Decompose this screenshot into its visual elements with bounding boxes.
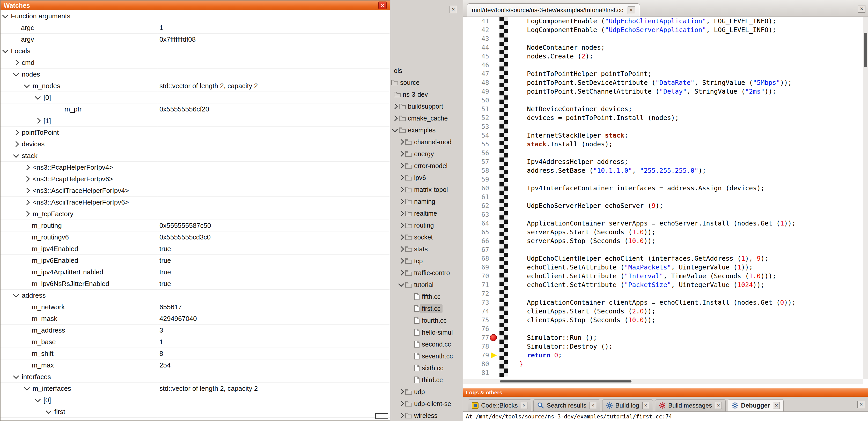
tree-item[interactable]: fourth.cc bbox=[391, 315, 463, 326]
line-number[interactable]: 68 bbox=[463, 254, 489, 263]
code-line[interactable]: 57 Ipv4AddressHelper address; bbox=[463, 158, 863, 166]
collapsed-arrow-icon[interactable] bbox=[398, 163, 404, 169]
code-line[interactable]: 77 Simulator::Run (); bbox=[463, 333, 863, 342]
tree-item[interactable]: hello-simul bbox=[391, 326, 463, 338]
logs-tab-debugger[interactable]: Debugger✕ bbox=[728, 399, 784, 412]
code-line[interactable]: 62 UdpEchoServerHelper echoServer (9); bbox=[463, 201, 863, 210]
line-number[interactable]: 50 bbox=[463, 96, 489, 105]
close-icon[interactable]: ✕ bbox=[590, 402, 596, 409]
watch-row[interactable]: m_tcpFactory bbox=[1, 208, 390, 220]
watch-row[interactable]: m_network655617 bbox=[1, 301, 390, 313]
line-number[interactable]: 75 bbox=[463, 316, 489, 325]
tree-item[interactable]: sixth.cc bbox=[391, 362, 463, 374]
watch-row[interactable]: <ns3::PcapHelperForIpv4> bbox=[1, 162, 390, 173]
line-number[interactable]: 52 bbox=[463, 114, 489, 122]
code-line[interactable]: 64 ApplicationContainer serverApps = ech… bbox=[463, 219, 863, 228]
code-line[interactable]: 43 bbox=[463, 34, 863, 43]
watch-row[interactable]: m_routing0x555555587c50 bbox=[1, 220, 390, 231]
line-number[interactable]: 74 bbox=[463, 307, 489, 316]
tree-item[interactable]: matrix-topol bbox=[391, 184, 463, 195]
watch-row[interactable]: m_ipv6Enabledtrue bbox=[1, 255, 390, 266]
tree-item[interactable]: ols bbox=[391, 65, 463, 76]
line-number[interactable]: 45 bbox=[463, 52, 489, 61]
expanded-arrow-icon[interactable] bbox=[46, 408, 52, 414]
code-line[interactable]: 52 devices = pointToPoint.Install (nodes… bbox=[463, 114, 863, 122]
line-number[interactable]: 63 bbox=[463, 210, 489, 219]
watches-titlebar[interactable]: Watches ✕ bbox=[1, 1, 390, 10]
tree-item[interactable]: realtime bbox=[391, 207, 463, 219]
watch-row[interactable]: m_nodesstd::vector of length 2, capacity… bbox=[1, 80, 390, 92]
collapsed-arrow-icon[interactable] bbox=[398, 175, 404, 181]
collapsed-arrow-icon[interactable] bbox=[398, 187, 404, 193]
tree-item[interactable]: energy bbox=[391, 148, 463, 160]
collapsed-arrow-icon[interactable] bbox=[398, 258, 404, 264]
collapsed-arrow-icon[interactable] bbox=[24, 176, 30, 182]
tree-item[interactable]: wireless bbox=[391, 410, 463, 421]
watch-row[interactable]: interfaces bbox=[1, 371, 390, 383]
code-line[interactable]: 72 bbox=[463, 289, 863, 298]
vertical-scrollbar-thumb[interactable] bbox=[864, 33, 867, 67]
watch-row[interactable]: m_mask4294967040 bbox=[1, 313, 390, 325]
close-icon[interactable]: ✕ bbox=[627, 6, 635, 14]
watch-row[interactable]: argv0x7fffffffdf08 bbox=[1, 34, 390, 45]
tree-item[interactable]: ipv6 bbox=[391, 172, 463, 184]
code-line[interactable]: 81 bbox=[463, 368, 863, 377]
tree-item[interactable]: traffic-contro bbox=[391, 267, 463, 279]
close-icon[interactable]: ✕ bbox=[858, 401, 865, 408]
expanded-arrow-icon[interactable] bbox=[2, 47, 8, 53]
tree-item[interactable]: second.cc bbox=[391, 338, 463, 350]
watch-row[interactable]: address bbox=[1, 290, 390, 301]
tree-item[interactable]: channel-mod bbox=[391, 136, 463, 148]
expanded-arrow-icon[interactable] bbox=[24, 82, 30, 88]
line-number[interactable]: 53 bbox=[463, 122, 489, 131]
line-number[interactable]: 69 bbox=[463, 263, 489, 272]
code-line[interactable]: 70 echoClient.SetAttribute ("Interval", … bbox=[463, 272, 863, 281]
line-number[interactable]: 66 bbox=[463, 237, 489, 246]
expanded-arrow-icon[interactable] bbox=[398, 281, 404, 287]
code-line[interactable]: 45 nodes.Create (2); bbox=[463, 52, 863, 61]
code-line[interactable]: 50 bbox=[463, 96, 863, 105]
collapsed-arrow-icon[interactable] bbox=[392, 103, 398, 109]
collapsed-arrow-icon[interactable] bbox=[398, 199, 404, 204]
line-number[interactable]: 57 bbox=[463, 158, 489, 166]
watch-row[interactable]: Function arguments bbox=[1, 10, 390, 22]
tree-item[interactable]: tcp bbox=[391, 255, 463, 267]
tree-item[interactable]: cmake_cache bbox=[391, 112, 463, 124]
tree-item[interactable]: stats bbox=[391, 243, 463, 255]
collapsed-arrow-icon[interactable] bbox=[392, 115, 398, 121]
line-number[interactable]: 47 bbox=[463, 70, 489, 78]
tree-item[interactable]: udp bbox=[391, 386, 463, 398]
watch-row[interactable]: [1] bbox=[1, 115, 390, 127]
tree-item[interactable]: seventh.cc bbox=[391, 350, 463, 362]
tree-item[interactable]: source bbox=[391, 76, 463, 89]
tree-item[interactable]: udp-client-se bbox=[391, 398, 463, 410]
watch-row[interactable]: <ns3::AsciiTraceHelperForIpv6> bbox=[1, 197, 390, 208]
tree-item[interactable]: third.cc bbox=[391, 374, 463, 386]
line-number[interactable]: 65 bbox=[463, 228, 489, 237]
horizontal-scrollbar-thumb[interactable] bbox=[500, 380, 631, 383]
expanded-arrow-icon[interactable] bbox=[392, 126, 398, 132]
code-line[interactable]: 63 bbox=[463, 210, 863, 219]
collapsed-arrow-icon[interactable] bbox=[13, 141, 19, 147]
watch-row[interactable]: pointToPoint bbox=[1, 127, 390, 138]
line-number[interactable]: 62 bbox=[463, 201, 489, 210]
expanded-arrow-icon[interactable] bbox=[13, 152, 19, 158]
watch-row[interactable]: [0] bbox=[1, 394, 390, 406]
watch-row[interactable]: m_ptr0x5555555ca660 bbox=[1, 418, 390, 420]
code-line[interactable]: 41 LogComponentEnable ("UdpEchoClientApp… bbox=[463, 17, 863, 26]
collapsed-arrow-icon[interactable] bbox=[24, 164, 30, 170]
line-number[interactable]: 42 bbox=[463, 26, 489, 34]
line-number[interactable]: 80 bbox=[463, 360, 489, 368]
code-line[interactable]: 79 return 0; bbox=[463, 351, 863, 360]
collapsed-arrow-icon[interactable] bbox=[398, 246, 404, 252]
code-line[interactable]: 69 echoClient.SetAttribute ("MaxPackets"… bbox=[463, 263, 863, 272]
code-line[interactable]: 49 pointToPoint.SetChannelAttribute ("De… bbox=[463, 87, 863, 96]
watch-row[interactable]: <ns3::PcapHelperForIpv6> bbox=[1, 173, 390, 185]
code-line[interactable]: 68 UdpEchoClientHelper echoClient (inter… bbox=[463, 254, 863, 263]
collapsed-arrow-icon[interactable] bbox=[398, 210, 404, 217]
watch-row[interactable]: argc1 bbox=[1, 22, 390, 34]
watch-row[interactable]: stack bbox=[1, 150, 390, 162]
code-line[interactable]: 71 echoClient.SetAttribute ("PacketSize"… bbox=[463, 281, 863, 289]
watch-row[interactable]: m_ipv4ArpJitterEnabledtrue bbox=[1, 266, 390, 278]
line-number[interactable]: 67 bbox=[463, 246, 489, 254]
